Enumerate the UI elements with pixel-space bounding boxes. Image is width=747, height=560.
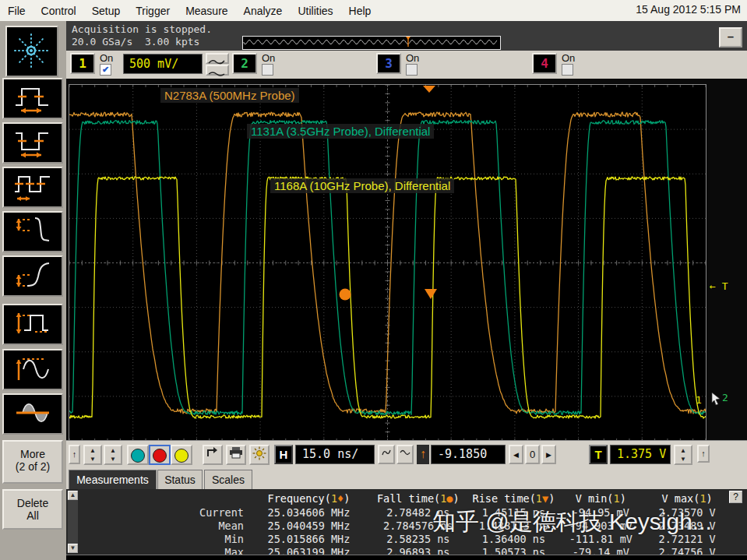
period-icon: .w{fill:none;stroke:#e8e8e8;stroke-width…: [12, 169, 54, 204]
channel-1-scale-field[interactable]: 500 mV/: [123, 54, 203, 74]
horizontal-position-field[interactable]: -9.1850 ns: [431, 445, 506, 464]
position-zero-button[interactable]: 0: [525, 445, 540, 464]
column-header: Rise time(1▼): [467, 492, 561, 505]
display-brightness-button[interactable]: [249, 445, 270, 465]
spin-down-icon[interactable]: ▼: [105, 455, 121, 463]
vertical-spinner-2[interactable]: ▲▼: [104, 445, 122, 465]
menu-item-measure[interactable]: Measure: [178, 5, 235, 17]
measure-pulse-width-positive-button[interactable]: .w{fill:none;stroke:#e8e8e8;stroke-width…: [2, 78, 63, 119]
trace-label: N2783A (500MHz Probe): [160, 88, 299, 103]
table-row-max: Max25.063199 MHz2.96893 ns1.50573 ns-79.…: [79, 546, 733, 555]
row-label: Mean: [79, 519, 248, 533]
channel-1-button[interactable]: 1: [70, 53, 95, 74]
zoom-wave-button-2[interactable]: [396, 445, 414, 464]
channel-1-ground-marker[interactable]: 1: [696, 394, 702, 406]
trigger-menu-button[interactable]: T: [589, 445, 608, 464]
menu-item-setup[interactable]: Setup: [84, 5, 129, 17]
trigger-level-marker[interactable]: ← T: [710, 280, 728, 292]
measure-v-average-button[interactable]: .w{fill:none;stroke:#e8e8e8;stroke-width…: [2, 393, 63, 435]
trace-label: 1131A (3.5GHz Probe), Differential: [247, 124, 434, 139]
menu-item-file[interactable]: File: [0, 5, 33, 17]
trigger-slope-up-button[interactable]: ↑: [697, 445, 710, 463]
menu-item-trigger[interactable]: Trigger: [128, 5, 178, 17]
measure-v-amplitude-button[interactable]: .w{fill:none;stroke:#e8e8e8;stroke-width…: [2, 349, 63, 390]
coupling-dc-button[interactable]: [206, 65, 229, 76]
channel-2-on-checkbox[interactable]: [262, 64, 273, 76]
measure-pulse-width-negative-button[interactable]: .w{fill:none;stroke:#e8e8e8;stroke-width…: [2, 122, 63, 164]
waveform-display-area: N2783A (500MHz Probe)1131A (3.5GHz Probe…: [66, 79, 747, 440]
scale-up-button[interactable]: ↑: [69, 445, 80, 464]
spin-up-icon[interactable]: ▲: [85, 446, 100, 455]
channel-4-button[interactable]: 4: [532, 53, 557, 74]
menu-item-utilities[interactable]: Utilities: [290, 5, 340, 17]
timebase-preview-strip[interactable]: [242, 36, 501, 50]
preview-waveform: [243, 37, 499, 48]
scroll-down-icon[interactable]: ▼: [68, 544, 78, 553]
tab-measurements[interactable]: Measurements: [69, 470, 157, 489]
position-left-button[interactable]: ◀: [509, 445, 523, 464]
trigger-level-field[interactable]: 1.375 V: [610, 445, 671, 464]
menu-items: FileControlSetupTriggerMeasureAnalyzeUti…: [0, 5, 379, 17]
measure-period-button[interactable]: .w{fill:none;stroke:#e8e8e8;stroke-width…: [2, 167, 63, 208]
delete-all-button[interactable]: Delete All: [2, 489, 63, 530]
help-button[interactable]: ?: [729, 491, 742, 503]
v-peak-peak-icon: .w{fill:none;stroke:#e8e8e8;stroke-width…: [12, 306, 54, 341]
tab-status[interactable]: Status: [157, 470, 203, 489]
waveform-grid[interactable]: N2783A (500MHz Probe)1131A (3.5GHz Probe…: [69, 84, 706, 442]
channel-1-on-label: On: [100, 52, 113, 64]
tab-scales[interactable]: Scales: [204, 470, 252, 489]
trigger-level-spinner[interactable]: ▲▼: [674, 445, 692, 465]
measure-fall-time-button[interactable]: .w{fill:none;stroke:#e8e8e8;stroke-width…: [2, 211, 63, 252]
menu-item-help[interactable]: Help: [341, 5, 379, 17]
rise-time-icon: .w{fill:none;stroke:#e8e8e8;stroke-width…: [12, 258, 54, 293]
measurement-value: 2.74756 V: [641, 546, 733, 555]
spin-up-icon[interactable]: ▲: [675, 446, 691, 455]
table-scrollbar[interactable]: ▲ ▼: [68, 491, 78, 553]
coupling-ac-button[interactable]: [206, 53, 229, 64]
red-circle-icon: [153, 449, 167, 463]
menu-item-analyze[interactable]: Analyze: [236, 5, 291, 17]
channel-4-number: 4: [541, 56, 548, 71]
more-button[interactable]: More (2 of 2): [2, 440, 63, 484]
trace-label: 1168A (10GHz Probe), Differential: [270, 178, 454, 193]
spin-down-icon[interactable]: ▼: [675, 455, 691, 463]
measurement-value: 1.50573 ns: [467, 546, 561, 555]
small-wave-icon: [400, 448, 410, 457]
minimize-button[interactable]: –: [719, 27, 742, 48]
clear-display-button[interactable]: [203, 445, 223, 465]
print-button[interactable]: [226, 445, 246, 465]
spin-up-icon[interactable]: ▲: [105, 446, 121, 455]
marker-b-button[interactable]: [149, 445, 171, 465]
channel-3-on-label: On: [406, 52, 419, 64]
marker-c-button[interactable]: [171, 445, 192, 465]
yellow-circle-icon: [174, 449, 189, 463]
marker-a-button[interactable]: [127, 445, 149, 465]
channel-1-on-checkbox[interactable]: ✔: [100, 64, 111, 76]
pulse-width-negative-icon: .w{fill:none;stroke:#e8e8e8;stroke-width…: [12, 125, 54, 160]
small-wave-icon: [381, 448, 392, 457]
position-right-button[interactable]: ▶: [541, 445, 556, 464]
oscilloscope-app: FileControlSetupTriggerMeasureAnalyzeUti…: [0, 0, 747, 560]
scroll-up-icon[interactable]: ▲: [68, 491, 78, 500]
menu-item-control[interactable]: Control: [33, 5, 84, 17]
channel-4-on-checkbox[interactable]: [562, 64, 573, 76]
measure-v-peak-peak-button[interactable]: .w{fill:none;stroke:#e8e8e8;stroke-width…: [2, 304, 63, 345]
teal-circle-icon: [131, 449, 145, 463]
spin-down-icon[interactable]: ▼: [85, 455, 100, 463]
channel-3-on-checkbox[interactable]: [406, 64, 418, 76]
measurement-value: 25.063199 MHz: [248, 546, 369, 555]
trigger-slope-indicator[interactable]: ↑: [417, 445, 429, 464]
mouse-cursor: 2: [710, 392, 728, 408]
measure-rise-time-button[interactable]: .w{fill:none;stroke:#e8e8e8;stroke-width…: [2, 255, 63, 297]
channel-3-button[interactable]: 3: [376, 53, 401, 74]
sample-rate-text: 20.0 GSa/s 3.00 kpts: [72, 36, 199, 48]
channel-2-number: 2: [241, 56, 248, 71]
delete-sublabel: All: [4, 509, 62, 522]
horizontal-menu-button[interactable]: H: [274, 445, 293, 464]
vertical-spinner-1[interactable]: ▲▼: [83, 445, 102, 465]
zoom-wave-button-1[interactable]: [378, 445, 395, 464]
timebase-field[interactable]: 15.0 ns/: [295, 445, 375, 464]
agilent-logo[interactable]: [5, 26, 58, 77]
row-label: Current: [79, 506, 248, 519]
channel-2-button[interactable]: 2: [232, 53, 257, 74]
